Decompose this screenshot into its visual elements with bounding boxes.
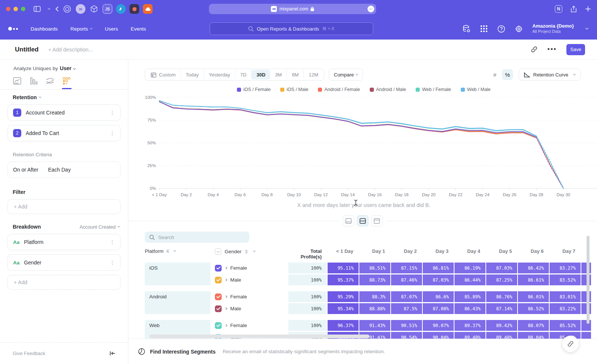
range-today[interactable]: Today <box>181 70 204 79</box>
retention-cell[interactable]: 88.3% <box>359 291 390 302</box>
retention-cell[interactable]: 87.15% <box>391 263 422 273</box>
report-description-placeholder[interactable]: + Add description... <box>48 47 93 53</box>
gender-cell[interactable]: Female <box>210 294 288 300</box>
retention-section-header[interactable]: Retention <box>13 94 128 100</box>
tab-flows[interactable] <box>46 76 55 89</box>
tab-retention[interactable] <box>62 76 72 89</box>
retention-cell[interactable]: 86.42% <box>518 263 549 273</box>
apps-grid-icon[interactable] <box>480 25 488 32</box>
retention-cell[interactable]: 86.6% <box>423 291 454 302</box>
more-options-icon[interactable]: ••• <box>547 46 557 53</box>
breakdown-property[interactable]: Gender <box>24 260 110 266</box>
breakdown-property[interactable]: Platform <box>24 239 110 245</box>
platform-cell[interactable]: iOS <box>145 263 210 285</box>
retention-cell[interactable]: 89.42% <box>486 320 517 331</box>
retention-cell[interactable]: 88.51% <box>359 263 390 273</box>
retention-cell[interactable]: 87.03% <box>423 274 454 285</box>
column-header-day-7[interactable]: Day 6 <box>517 248 549 260</box>
share-link-fab[interactable] <box>562 336 579 352</box>
retention-criteria-card[interactable]: On or After Each Day <box>7 161 121 178</box>
series-checkbox[interactable] <box>215 277 222 283</box>
retention-cell[interactable]: 83.52% <box>550 274 581 285</box>
select-all-checkbox[interactable]: – <box>215 248 221 255</box>
segments-title[interactable]: Find Interesting Segments <box>150 349 216 355</box>
horizontal-scrollbar[interactable] <box>149 335 369 338</box>
step-event-name[interactable]: Account Created <box>26 110 110 116</box>
retention-cell[interactable]: 91.43% <box>359 320 390 331</box>
retention-cell[interactable]: 86.61% <box>518 274 549 285</box>
report-title[interactable]: Untitled <box>15 46 38 53</box>
extension-icon-2[interactable]: m <box>76 4 85 14</box>
help-icon[interactable] <box>497 25 505 33</box>
platform-column-header[interactable]: Platform4 <box>145 248 176 254</box>
gender-label[interactable]: Female <box>230 294 247 299</box>
retention-cell[interactable]: 86.81% <box>423 263 454 273</box>
retention-cell[interactable]: 95.37% <box>328 274 359 285</box>
series-checkbox[interactable] <box>215 265 222 272</box>
copy-link-icon[interactable] <box>531 46 538 53</box>
extension-icon-3[interactable] <box>89 4 99 14</box>
legend-item[interactable]: Web / Female <box>416 87 451 92</box>
retention-cell[interactable]: 86.43% <box>454 303 485 314</box>
give-feedback-link[interactable]: Give Feedback <box>13 351 45 356</box>
compare-button[interactable]: Compare <box>329 69 363 81</box>
column-header-day-5[interactable]: Day 4 <box>454 248 485 260</box>
vertical-scrollbar[interactable] <box>587 236 590 324</box>
format-percent-toggle[interactable]: % <box>502 69 513 80</box>
retention-cell[interactable]: 86.76% <box>486 291 517 302</box>
retention-cell[interactable]: 95.11% <box>328 263 359 273</box>
tab-funnels[interactable] <box>29 76 39 89</box>
gender-column-header[interactable]: – Gender3 <box>215 248 255 255</box>
url-more-icon[interactable]: ··· <box>368 6 374 12</box>
collapse-sidebar-icon[interactable] <box>110 351 115 356</box>
retention-cell[interactable]: 95.34% <box>328 303 359 314</box>
legend-item[interactable]: iOS / Female <box>237 87 271 92</box>
tab-insights[interactable] <box>13 76 22 89</box>
column-header-total[interactable]: Total Profile(s) <box>288 248 327 260</box>
range-7d[interactable]: 7D <box>235 70 252 79</box>
column-header-day-3[interactable]: Day 2 <box>390 248 422 260</box>
layout-split-button[interactable] <box>357 215 369 226</box>
gender-cell[interactable]: Female <box>210 265 288 272</box>
settings-gear-icon[interactable] <box>515 25 523 33</box>
chevron-down-icon[interactable] <box>46 8 50 10</box>
retention-cell[interactable]: 87.46% <box>391 274 422 285</box>
extension-icon-5[interactable] <box>116 4 126 14</box>
close-window-button[interactable] <box>6 7 10 11</box>
retention-cell-partial[interactable] <box>581 263 591 273</box>
nav-item-events[interactable]: Events <box>131 26 146 32</box>
series-checkbox[interactable] <box>215 305 222 312</box>
retention-cell[interactable]: 89.37% <box>454 320 485 331</box>
retention-cell[interactable]: 87.03% <box>486 263 517 273</box>
layout-chart-only-button[interactable] <box>343 215 354 226</box>
chart-type-selector[interactable]: Retention Curve <box>519 69 581 81</box>
filter-add-button[interactable]: + Add <box>7 199 121 214</box>
retention-cell[interactable]: 83.22% <box>550 303 581 314</box>
share-icon[interactable] <box>571 6 577 13</box>
retention-cell[interactable]: 86.44% <box>454 274 485 285</box>
retention-cell-partial[interactable] <box>581 274 591 285</box>
retention-cell-partial[interactable] <box>581 303 591 314</box>
gender-label[interactable]: Female <box>230 323 247 328</box>
range-yesterday[interactable]: Yesterday <box>204 70 235 79</box>
retention-cell[interactable]: 88.73% <box>359 274 390 285</box>
breakdown-card-platform[interactable]: Aa Platform ⋮ <box>7 234 121 250</box>
criteria-interval[interactable]: Each Day <box>48 167 115 173</box>
retention-cell-partial[interactable] <box>581 320 591 331</box>
range-12m[interactable]: 12M <box>304 70 323 79</box>
step-options-icon[interactable]: ⋮ <box>110 110 115 116</box>
retention-cell[interactable]: 88.88% <box>359 303 390 314</box>
nav-item-dashboards[interactable]: Dashboards <box>31 26 58 32</box>
back-icon[interactable] <box>55 6 59 12</box>
column-header-day-1[interactable]: < 1 Day <box>327 248 359 260</box>
nav-item-users[interactable]: Users <box>105 26 118 32</box>
expand-row-icon[interactable] <box>225 324 227 327</box>
step-card-2[interactable]: 2 Added To Cart ⋮ <box>7 125 121 141</box>
sidebar-toggle-icon[interactable] <box>34 6 41 12</box>
retention-cell[interactable]: 87.07% <box>391 291 422 302</box>
extension-icon-1[interactable] <box>62 4 72 14</box>
url-bar[interactable]: ●● mixpanel.com ··· <box>209 4 376 14</box>
analyze-uniques-row[interactable]: Analyze Uniques byUser <box>13 65 128 71</box>
expand-row-icon[interactable] <box>225 307 227 310</box>
platform-cell[interactable]: Android <box>145 291 210 314</box>
